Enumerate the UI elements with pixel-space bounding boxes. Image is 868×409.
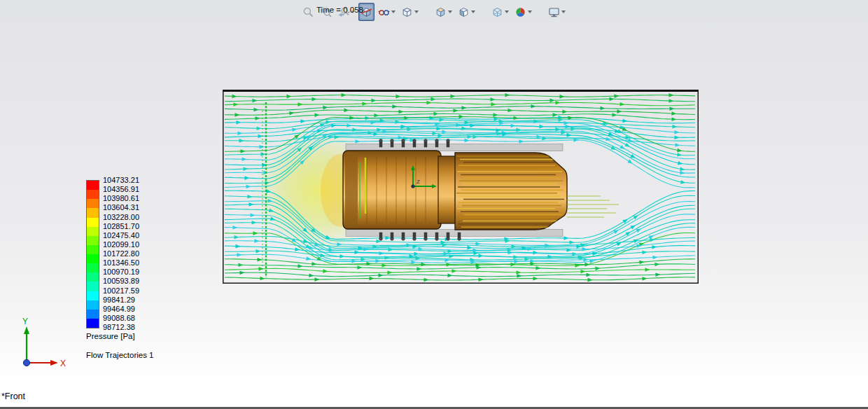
model-triad-z-label: Z	[416, 179, 420, 185]
legend: 104733.21104356.91103980.61103604.311032…	[86, 180, 99, 328]
legend-value: 100593.89	[103, 277, 139, 285]
legend-color-segment	[87, 310, 99, 319]
simulation-model[interactable]: Z	[343, 139, 619, 241]
legend-color-segment	[87, 199, 99, 208]
zoom-to-fit-button[interactable]	[300, 3, 316, 21]
legend-value: 103604.31	[103, 204, 139, 212]
legend-value: 102475.40	[103, 232, 139, 240]
view-orientation-button[interactable]	[433, 3, 454, 21]
cube-wire-icon	[491, 6, 503, 18]
legend-value: 100217.59	[103, 287, 139, 295]
legend-color-segment	[87, 208, 99, 217]
display-style-button[interactable]	[456, 3, 477, 21]
chevron-down-icon[interactable]	[528, 11, 532, 13]
legend-color-segment	[87, 291, 99, 300]
cube-outline-icon	[401, 6, 413, 18]
legend-title: Pressure [Pa]	[86, 332, 135, 340]
solidworks-flow-simulation-window: { "toolbar": { "time_label": "Time = 0.0…	[0, 0, 868, 409]
color-ball-icon	[514, 6, 526, 18]
legend-value: 101722.80	[103, 250, 139, 258]
simulation-time-label: Time = 0.058	[316, 6, 363, 14]
legend-values: 104733.21104356.91103980.61103604.311032…	[103, 180, 159, 335]
legend-value: 103228.00	[103, 214, 139, 221]
legend-value: 104733.21	[103, 176, 139, 184]
edit-appearance-button[interactable]	[512, 3, 534, 21]
triad-y-label: Y	[22, 317, 28, 326]
legend-colorbar[interactable]	[86, 180, 99, 328]
chevron-down-icon[interactable]	[505, 11, 509, 13]
triad-x-arrowhead-icon	[50, 360, 58, 366]
glasses-icon	[378, 6, 390, 18]
legend-color-segment	[87, 190, 99, 199]
legend-color-segment	[87, 300, 99, 310]
legend-color-segment	[87, 319, 99, 328]
legend-color-segment	[87, 263, 99, 272]
legend-value: 99088.68	[103, 314, 135, 322]
triad-y-arrowhead-icon	[24, 326, 29, 334]
legend-color-segment	[87, 181, 99, 190]
magnifier-icon	[302, 6, 314, 18]
legend-value: 99464.99	[103, 305, 135, 313]
view-settings-button[interactable]	[376, 3, 398, 21]
legend-color-segment	[87, 282, 99, 291]
triad-x-label: X	[60, 359, 66, 368]
chevron-down-icon[interactable]	[391, 11, 396, 13]
apply-scene-button[interactable]	[546, 3, 568, 21]
legend-value: 102851.70	[103, 223, 139, 230]
chevron-down-icon[interactable]	[448, 11, 452, 13]
legend-value: 101346.50	[103, 259, 139, 267]
legend-color-segment	[87, 254, 99, 263]
legend-value: 103980.61	[103, 195, 139, 202]
view-orientation-label: *Front	[1, 391, 25, 401]
legend-color-segment	[87, 272, 99, 282]
monitor-icon	[548, 6, 560, 18]
legend-color-segment	[87, 218, 99, 227]
hide-show-items-button[interactable]	[489, 3, 511, 21]
legend-color-segment	[87, 236, 99, 245]
isolate-button[interactable]	[399, 3, 421, 21]
cube-shaded-icon	[458, 6, 470, 18]
legend-color-segment	[87, 227, 99, 236]
legend-value: 102099.10	[103, 241, 139, 249]
legend-value: 99841.29	[103, 296, 135, 304]
orientation-triad[interactable]: Y X	[11, 315, 74, 375]
legend-value: 100970.19	[103, 268, 139, 276]
chevron-down-icon[interactable]	[561, 11, 566, 13]
triad-origin-z-icon	[23, 359, 29, 366]
legend-color-segment	[87, 245, 99, 254]
legend-value: 104356.91	[103, 186, 139, 193]
legend-plot-name: Flow Trajectories 1	[86, 351, 154, 359]
cube-faces-icon	[435, 6, 447, 18]
chevron-down-icon[interactable]	[471, 11, 475, 13]
chevron-down-icon[interactable]	[414, 11, 419, 13]
legend-value: 98712.38	[103, 324, 135, 331]
flow-trajectories-canvas[interactable]: Z	[223, 90, 699, 284]
